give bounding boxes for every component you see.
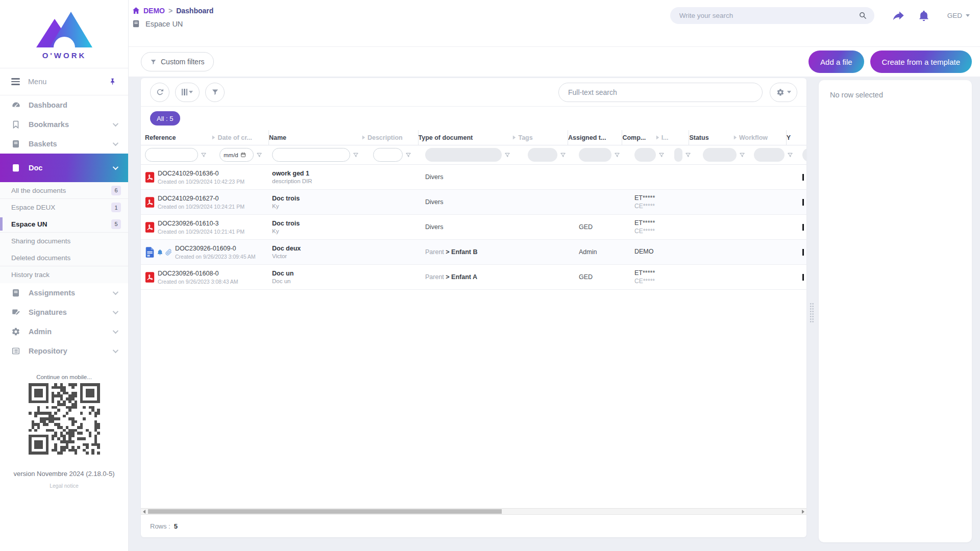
filter-type-select[interactable] (425, 148, 502, 162)
sidebar-item-repository[interactable]: Repository (0, 341, 128, 361)
create-from-template-button[interactable]: Create from a template (870, 51, 972, 73)
sidebar-item-label: Doc (29, 164, 42, 172)
app-logo[interactable]: O'WORK (0, 0, 128, 68)
funnel-icon[interactable] (658, 152, 665, 158)
notifications-button[interactable] (918, 10, 930, 22)
table-row[interactable]: DOC241029-01627-0Created on 10/29/2024 1… (141, 190, 806, 215)
sidebar-item-all-documents[interactable]: All the documents 6 (0, 182, 128, 199)
sidebar-item-deleted-documents[interactable]: Deleted documents (0, 249, 128, 266)
hamburger-icon[interactable] (11, 78, 20, 85)
filter-assigned-select[interactable] (579, 148, 611, 162)
filter-button[interactable] (205, 83, 225, 102)
sidebar-item-history-track[interactable]: History track (0, 266, 128, 283)
filter-description-input[interactable] (373, 148, 403, 162)
scroll-left-arrow[interactable] (141, 509, 148, 514)
sidebar-item-signatures[interactable]: Signatures (0, 303, 128, 322)
count-badge: 6 (111, 186, 121, 195)
share-button[interactable] (893, 9, 905, 22)
table-row[interactable]: DOC230926-01609-0Created on 9/26/2023 3:… (141, 240, 806, 265)
filter-date-input[interactable]: mm/d (219, 148, 254, 162)
column-header-reference[interactable]: Reference (145, 130, 217, 145)
sidebar-item-espace-un[interactable]: Espace UN 5 (0, 216, 128, 233)
funnel-icon[interactable] (201, 152, 207, 158)
filter-name-input[interactable] (272, 148, 350, 162)
sidebar-item-dashboard[interactable]: Dashboard (0, 95, 128, 115)
funnel-icon[interactable] (504, 152, 510, 158)
table-row[interactable]: DOC230926-01610-3Created on 10/29/2024 1… (141, 215, 806, 240)
filter-tags-select[interactable] (528, 148, 557, 162)
add-file-button[interactable]: Add a file (808, 51, 864, 73)
funnel-icon[interactable] (405, 152, 411, 158)
table-settings-button[interactable] (770, 83, 797, 102)
sidebar-item-label: Bookmarks (29, 120, 69, 129)
funnel-icon[interactable] (256, 152, 262, 158)
user-menu[interactable]: GED (947, 12, 970, 19)
filter-status-select[interactable] (703, 148, 737, 162)
sidebar-item-sharing-documents[interactable]: Sharing documents (0, 233, 128, 249)
breadcrumb-current[interactable]: Dashboard (176, 7, 213, 15)
column-header-status[interactable]: Status (689, 130, 739, 145)
table-row[interactable]: DOC230926-01608-0Created on 9/26/2023 3:… (141, 265, 806, 290)
columns-button[interactable] (175, 83, 200, 102)
content: All : 5 Reference Date of cr... Name Des… (129, 77, 980, 551)
funnel-icon[interactable] (787, 152, 793, 158)
refresh-button[interactable] (150, 83, 169, 102)
funnel-icon[interactable] (614, 152, 620, 158)
calendar-icon[interactable] (240, 152, 246, 158)
pdf-file-icon (145, 196, 155, 208)
rows-label: Rows : (150, 522, 170, 530)
table-filter-row: mm/d (141, 145, 806, 165)
rows-count: 5 (174, 522, 178, 530)
column-header-comp[interactable]: Comp... (622, 130, 661, 145)
sub-item-label: All the documents (11, 187, 66, 194)
table-row[interactable]: DOC241029-01636-0Created on 10/29/2024 1… (141, 165, 806, 190)
filter-y-select[interactable] (802, 148, 806, 162)
legal-notice-link[interactable]: Legal notice (0, 483, 128, 489)
funnel-icon[interactable] (739, 152, 745, 158)
global-search-input[interactable] (679, 12, 859, 19)
custom-filters-button[interactable]: Custom filters (141, 52, 214, 71)
chevron-down-icon (113, 289, 118, 295)
sidebar-item-assignments[interactable]: Assignments (0, 283, 128, 303)
sidebar-item-admin[interactable]: Admin (0, 322, 128, 341)
menu-label: Menu (28, 78, 46, 86)
sidebar-item-baskets[interactable]: Baskets (0, 134, 128, 154)
search-icon[interactable] (859, 11, 867, 20)
filter-workflow-select[interactable] (754, 148, 785, 162)
table-tabs: All : 5 (141, 107, 806, 130)
count-badge: 1 (111, 203, 121, 212)
scroll-right-arrow[interactable] (800, 509, 806, 514)
chevron-down-icon (787, 91, 791, 93)
book-icon (11, 139, 21, 149)
pin-icon[interactable] (108, 78, 117, 86)
column-header-i[interactable]: I... (662, 130, 690, 145)
column-header-description[interactable]: Description (368, 130, 419, 145)
gauge-icon (11, 101, 21, 110)
tab-all[interactable]: All : 5 (150, 111, 180, 126)
column-header-name[interactable]: Name (269, 130, 368, 145)
fulltext-search-input[interactable] (568, 88, 753, 96)
column-header-type[interactable]: Type of document (419, 130, 519, 145)
sidebar-item-bookmarks[interactable]: Bookmarks (0, 115, 128, 134)
column-header-tags[interactable]: Tags (518, 130, 568, 145)
filter-reference-input[interactable] (145, 148, 198, 162)
sidebar-item-label: Repository (29, 347, 67, 355)
column-header-y[interactable]: Y (787, 130, 806, 145)
column-header-date[interactable]: Date of cr... (217, 130, 269, 145)
sidebar-item-espace-deux[interactable]: Espace DEUX 1 (0, 199, 128, 216)
panel-resize-handle[interactable] (810, 303, 814, 323)
scrollbar-thumb[interactable] (148, 509, 502, 514)
mobile-block: Continue on mobile... (0, 374, 128, 455)
breadcrumb-home[interactable]: DEMO (132, 6, 165, 15)
funnel-icon[interactable] (685, 152, 691, 158)
sub-item-label: Sharing documents (11, 237, 70, 245)
column-header-assigned[interactable]: Assigned t... (568, 130, 622, 145)
funnel-icon[interactable] (353, 152, 359, 158)
filter-i-select[interactable] (674, 148, 682, 162)
funnel-icon[interactable] (560, 152, 566, 158)
sidebar-item-doc[interactable]: Doc (0, 154, 128, 182)
filter-comp-select[interactable] (634, 148, 656, 162)
horizontal-scrollbar[interactable] (141, 508, 806, 515)
column-header-workflow[interactable]: Workflow (739, 130, 787, 145)
doc-submenu: All the documents 6 Espace DEUX 1 Espace… (0, 182, 128, 283)
